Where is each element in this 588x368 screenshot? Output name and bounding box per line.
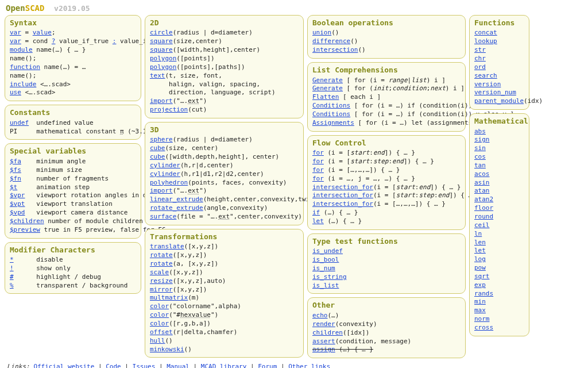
link-parent-module[interactable]: parent_module	[474, 97, 524, 105]
link-use[interactable]: use	[10, 89, 21, 96]
link-rotate_extrude[interactable]: rotate_extrude	[150, 204, 203, 212]
link-ifor2[interactable]: intersection_for	[312, 191, 373, 199]
link-rotate[interactable]: rotate	[150, 251, 173, 259]
footer-link[interactable]: MCAD library	[201, 363, 246, 368]
link-intersection[interactable]: intersection	[312, 46, 358, 53]
link-cube[interactable]: cube	[150, 153, 165, 160]
link-minkowski[interactable]: minkowski	[150, 346, 184, 353]
link-t[interactable]: $t	[10, 183, 17, 191]
link-version_num[interactable]: version_num	[474, 89, 516, 96]
footer-link[interactable]: Manual	[167, 363, 189, 368]
link-is_bool[interactable]: is_bool	[312, 256, 339, 263]
link-flatten[interactable]: Flatten	[312, 93, 339, 101]
link-chr[interactable]: chr	[474, 55, 486, 62]
link-undef[interactable]: undef	[10, 119, 29, 126]
link-mod-#[interactable]: #	[10, 273, 14, 281]
footer-link[interactable]: Other links	[288, 363, 330, 368]
link-children[interactable]: $children	[10, 217, 44, 225]
link-is_list[interactable]: is_list	[312, 282, 339, 289]
link-var[interactable]: var	[10, 29, 21, 36]
link-ifor[interactable]: intersection_for	[312, 183, 373, 191]
link-is_undef[interactable]: is_undef	[312, 247, 343, 255]
link-linear_extrude[interactable]: linear_extrude	[150, 195, 203, 203]
link-acos[interactable]: acos	[474, 170, 490, 178]
link-ifor3[interactable]: intersection_for	[312, 200, 373, 208]
link-min[interactable]: min	[474, 298, 486, 305]
link-function[interactable]: function	[10, 63, 40, 71]
link-exp[interactable]: exp	[474, 281, 486, 289]
footer-link[interactable]: Code	[106, 363, 121, 368]
link-surface[interactable]: surface	[150, 213, 176, 220]
link-sign[interactable]: sign	[474, 136, 490, 143]
footer-link[interactable]: Issues	[133, 363, 156, 368]
link-abs[interactable]: abs	[474, 128, 486, 135]
link-is_string[interactable]: is_string	[312, 273, 347, 281]
link-is_num[interactable]: is_num	[312, 264, 335, 272]
link-import2d[interactable]: import	[150, 97, 173, 105]
link-multmatrix[interactable]: multmatrix	[150, 294, 188, 301]
link-preview[interactable]: $preview	[10, 226, 40, 233]
link-polyhedron[interactable]: polyhedron	[150, 179, 188, 186]
link-union[interactable]: union	[312, 29, 331, 36]
link-import3d[interactable]: import	[150, 187, 173, 194]
link-cos[interactable]: cos	[474, 153, 486, 160]
link-tan[interactable]: tan	[474, 162, 486, 169]
link-search[interactable]: search	[474, 72, 497, 79]
link-for3[interactable]: for	[312, 166, 324, 174]
link-square[interactable]: square	[150, 37, 173, 45]
link-for4[interactable]: for	[312, 175, 324, 182]
footer-link[interactable]: Forum	[258, 363, 277, 368]
link-lookup[interactable]: lookup	[474, 37, 497, 45]
link-var2[interactable]: var	[10, 37, 21, 45]
link-resize[interactable]: resize	[150, 277, 173, 285]
link-let[interactable]: let	[474, 247, 486, 254]
link-vpd[interactable]: $vpd	[10, 209, 25, 216]
link-log[interactable]: log	[474, 255, 486, 263]
link-round[interactable]: round	[474, 213, 493, 220]
link-pow[interactable]: pow	[474, 264, 486, 271]
link-vpr[interactable]: $vpr	[10, 191, 25, 199]
link-norm[interactable]: norm	[474, 315, 490, 323]
link-cross[interactable]: cross	[474, 324, 493, 331]
link-mirror[interactable]: mirror	[150, 286, 173, 293]
link-rands[interactable]: rands	[474, 290, 493, 297]
link-circle[interactable]: circle	[150, 29, 173, 36]
link-asin[interactable]: asin	[474, 179, 490, 186]
link-sin[interactable]: sin	[474, 144, 486, 152]
link-cube[interactable]: cube	[150, 144, 165, 152]
link-include[interactable]: include	[10, 80, 36, 88]
link-hull[interactable]: hull	[150, 337, 165, 344]
link-for[interactable]: for	[312, 149, 324, 156]
link-sphere[interactable]: sphere	[150, 136, 173, 143]
link-rotate[interactable]: rotate	[150, 260, 173, 267]
link-for2[interactable]: for	[312, 158, 324, 165]
link-concat[interactable]: concat	[474, 29, 497, 36]
link-polygon2[interactable]: polygon	[150, 63, 176, 71]
link-translate[interactable]: translate	[150, 243, 184, 250]
link-assign[interactable]: assign	[312, 346, 335, 353]
link-len[interactable]: len	[474, 239, 486, 246]
link-fn[interactable]: $fn	[10, 175, 21, 182]
link-mod-%[interactable]: %	[10, 282, 14, 289]
link-ln[interactable]: ln	[474, 230, 482, 237]
link-mod-![interactable]: !	[10, 264, 14, 272]
link-mod-*[interactable]: *	[10, 256, 14, 263]
footer-link[interactable]: Official website	[33, 363, 94, 368]
link-color[interactable]: color	[150, 320, 169, 327]
link-difference[interactable]: difference	[312, 37, 350, 45]
link-fa[interactable]: $fa	[10, 158, 21, 165]
link-generate[interactable]: Generate	[312, 76, 343, 84]
link-sqrt[interactable]: sqrt	[474, 273, 490, 280]
link-if[interactable]: if	[312, 209, 320, 216]
link-projection[interactable]: projection	[150, 106, 188, 113]
link-str[interactable]: str	[474, 46, 486, 53]
link-echo[interactable]: echo	[312, 312, 328, 319]
link-cylinder[interactable]: cylinder	[150, 162, 180, 169]
link-fs[interactable]: $fs	[10, 166, 21, 174]
link-module[interactable]: module	[10, 46, 33, 53]
link-floor[interactable]: floor	[474, 204, 493, 212]
link-offset[interactable]: offset	[150, 328, 173, 336]
link-render[interactable]: render	[312, 320, 335, 328]
link-conditions2[interactable]: Conditions	[312, 110, 350, 118]
link-atan[interactable]: atan	[474, 187, 490, 194]
